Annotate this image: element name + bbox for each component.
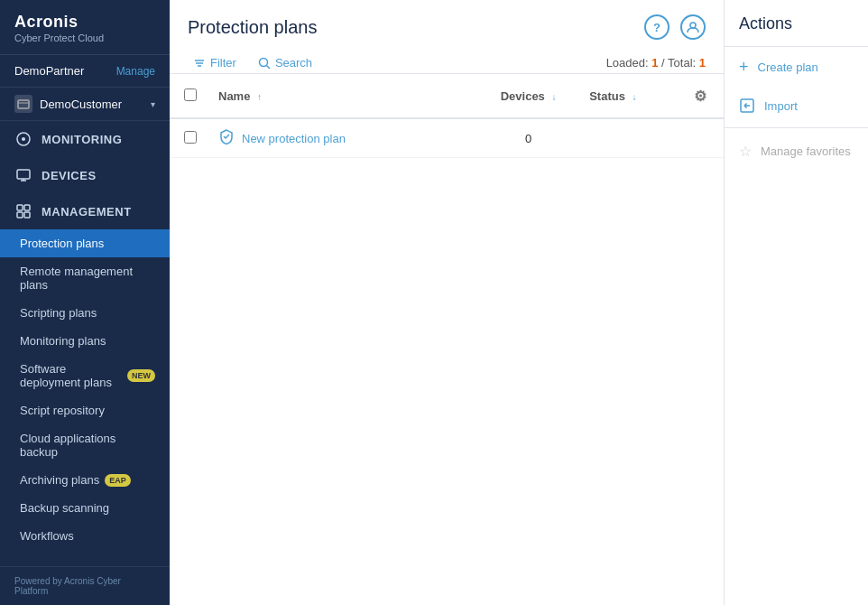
manage-link[interactable]: Manage <box>116 65 155 78</box>
eap-badge: EAP <box>105 474 131 487</box>
svg-rect-9 <box>24 212 30 218</box>
actions-divider <box>725 127 868 128</box>
search-button[interactable]: Search <box>253 52 318 73</box>
select-all-checkbox[interactable] <box>184 88 197 101</box>
sidebar-footer: Powered by Acronis Cyber Platform <box>0 566 170 605</box>
create-plan-label: Create plan <box>758 60 818 74</box>
software-deployment-plans-label: Software deployment plans <box>20 362 122 389</box>
sidebar-item-management[interactable]: MANAGEMENT <box>0 193 170 229</box>
devices-cell: 0 <box>478 118 578 158</box>
name-sort-icon: ↑ <box>257 92 262 102</box>
import-action[interactable]: Import <box>725 88 868 124</box>
page-title: Protection plans <box>188 17 317 38</box>
monitoring-icon <box>14 130 32 148</box>
settings-col-header: ⚙ <box>677 74 724 118</box>
table-body: New protection plan 0 <box>170 118 724 158</box>
logo-subtitle: Cyber Protect Cloud <box>14 33 155 43</box>
filter-button[interactable]: Filter <box>188 52 242 73</box>
sidebar-item-archiving-plans[interactable]: Archiving plans EAP <box>0 466 170 494</box>
protection-plans-label: Protection plans <box>20 237 104 250</box>
sidebar-item-scripting-plans[interactable]: Scripting plans <box>0 299 170 327</box>
management-label: MANAGEMENT <box>42 205 132 219</box>
partner-name: DemoPartner <box>14 64 84 78</box>
sidebar-item-monitoring-plans[interactable]: Monitoring plans <box>0 327 170 355</box>
shield-icon <box>218 128 235 148</box>
svg-rect-3 <box>17 170 30 179</box>
name-col-header[interactable]: Name ↑ <box>208 74 478 118</box>
search-label: Search <box>275 56 312 70</box>
help-icon[interactable]: ? <box>644 14 669 40</box>
devices-col-header[interactable]: Devices ↓ <box>478 74 578 118</box>
cloud-applications-backup-label: Cloud applications backup <box>20 432 155 459</box>
header-icons: ? <box>644 14 706 40</box>
script-repository-label: Script repository <box>20 404 105 417</box>
sidebar: Acronis Cyber Protect Cloud DemoPartner … <box>0 0 170 605</box>
data-table: Name ↑ Devices ↓ Status ↓ ⚙ <box>170 74 724 158</box>
status-cell <box>578 118 677 158</box>
sidebar-item-script-repository[interactable]: Script repository <box>0 396 170 424</box>
table-header: Name ↑ Devices ↓ Status ↓ ⚙ <box>170 74 724 118</box>
partner-row: DemoPartner Manage <box>0 55 170 88</box>
scripting-plans-label: Scripting plans <box>20 306 97 320</box>
sidebar-item-protection-plans[interactable]: Protection plans <box>0 229 170 257</box>
customer-name: DemoCustomer <box>40 98 151 111</box>
sidebar-item-devices[interactable]: DEVICES <box>0 157 170 193</box>
table-row: New protection plan 0 <box>170 118 724 158</box>
svg-rect-8 <box>17 212 23 218</box>
sidebar-logo: Acronis Cyber Protect Cloud <box>0 0 170 55</box>
actions-panel: Actions + Create plan Import ☆ Manage fa… <box>724 0 868 605</box>
main-content: Protection plans ? Filter <box>170 0 724 605</box>
total-count: 1 <box>699 56 706 70</box>
customer-icon <box>14 95 32 113</box>
svg-rect-0 <box>18 100 29 108</box>
svg-point-2 <box>22 137 25 141</box>
archiving-plans-label: Archiving plans <box>20 473 99 487</box>
logo-brand: Acronis <box>14 13 155 32</box>
svg-point-14 <box>259 58 267 66</box>
main-header: Protection plans ? Filter <box>170 0 724 74</box>
create-plan-icon: + <box>739 58 749 77</box>
sidebar-item-workflows[interactable]: Workflows <box>0 522 170 550</box>
table-settings-icon[interactable]: ⚙ <box>688 83 713 108</box>
svg-line-15 <box>266 65 270 69</box>
svg-point-10 <box>690 23 696 28</box>
backup-scanning-label: Backup scanning <box>20 501 109 515</box>
remote-management-plans-label: Remote management plans <box>20 265 155 292</box>
row-checkbox[interactable] <box>184 131 197 144</box>
svg-rect-7 <box>24 205 30 210</box>
monitoring-label: MONITORING <box>42 133 122 146</box>
workflows-label: Workflows <box>20 529 74 543</box>
table-header-row: Name ↑ Devices ↓ Status ↓ ⚙ <box>170 74 724 118</box>
select-all-col <box>170 74 208 118</box>
status-sort-icon: ↓ <box>633 92 637 102</box>
create-plan-action[interactable]: + Create plan <box>725 47 868 88</box>
row-checkbox-cell <box>170 118 208 158</box>
status-col-header[interactable]: Status ↓ <box>578 74 677 118</box>
manage-favorites-action: ☆ Manage favorites <box>725 132 868 171</box>
plan-name-link[interactable]: New protection plan <box>242 132 346 145</box>
manage-favorites-label: Manage favorites <box>761 144 851 158</box>
import-label: Import <box>764 99 798 113</box>
row-settings-cell <box>677 118 724 158</box>
loaded-info: Loaded: 1 / Total: 1 <box>606 56 706 70</box>
customer-row[interactable]: DemoCustomer ▾ <box>0 88 170 121</box>
management-icon <box>14 202 32 220</box>
devices-label: DEVICES <box>42 169 97 182</box>
devices-icon <box>14 166 32 184</box>
user-icon[interactable] <box>680 14 706 40</box>
sidebar-item-cloud-applications-backup[interactable]: Cloud applications backup <box>0 424 170 466</box>
actions-title: Actions <box>725 14 868 47</box>
manage-favorites-icon: ☆ <box>739 143 752 160</box>
import-icon <box>739 98 755 113</box>
new-badge: NEW <box>127 369 155 382</box>
table-area: Name ↑ Devices ↓ Status ↓ ⚙ <box>170 74 724 605</box>
page-title-row: Protection plans ? <box>188 14 706 52</box>
name-cell: New protection plan <box>208 118 478 158</box>
sidebar-item-remote-management-plans[interactable]: Remote management plans <box>0 257 170 299</box>
chevron-down-icon: ▾ <box>151 99 155 109</box>
sidebar-item-backup-scanning[interactable]: Backup scanning <box>0 494 170 522</box>
sidebar-item-software-deployment-plans[interactable]: Software deployment plans NEW <box>0 355 170 396</box>
filter-label: Filter <box>210 56 236 70</box>
loaded-count: 1 <box>651 56 658 70</box>
sidebar-item-monitoring[interactable]: MONITORING <box>0 121 170 157</box>
